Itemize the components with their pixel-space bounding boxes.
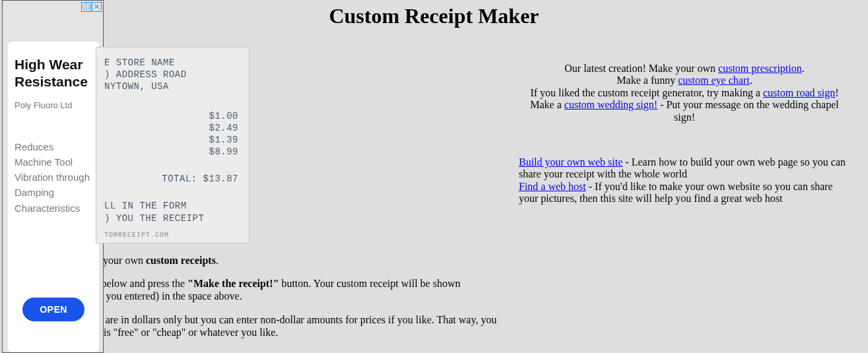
instructions-text: e your own custom receipts. t below and …: [96, 254, 506, 338]
ad-close-icon[interactable]: ✕: [92, 2, 102, 12]
receipt-price-3: $1.39: [104, 134, 238, 146]
promo-block: Our latest creation! Make your own custo…: [519, 63, 850, 123]
ad-description: Reduces Machine Tool Vibration through D…: [15, 139, 92, 298]
link-find-web-host[interactable]: Find a web host: [519, 181, 586, 192]
receipt-city: NYTOWN, USA: [104, 80, 240, 92]
receipt-instruction-2: ) YOU THE RECEIPT: [104, 212, 240, 224]
ad-title: High Wear Resistance: [15, 56, 92, 91]
ad-brand: Poly Fluoro Ltd: [15, 100, 92, 110]
receipt-address: ) ADDRESS ROAD: [104, 69, 240, 80]
ad-info-icon[interactable]: ⓘ: [81, 2, 91, 12]
receipt-price-1: $1.00: [104, 110, 238, 122]
receipt-instruction-1: LL IN THE FORM: [104, 200, 240, 212]
ad-card[interactable]: High Wear Resistance Poly Fluoro Ltd Red…: [8, 42, 99, 352]
link-custom-wedding-sign[interactable]: custom wedding sign!: [564, 99, 657, 110]
receipt-price-4: $8.99: [104, 146, 238, 158]
receipt-preview: E STORE NAME ) ADDRESS ROAD NYTOWN, USA …: [96, 47, 250, 243]
link-custom-road-sign[interactable]: custom road sign: [763, 87, 835, 98]
link-build-web-site[interactable]: Build your own web site: [519, 156, 622, 168]
receipt-store-name: E STORE NAME: [104, 57, 240, 69]
receipt-total: TOTAL: $13.87: [104, 174, 240, 184]
link-custom-eye-chart[interactable]: custom eye chart: [678, 75, 749, 86]
page-title: Custom Receipt Maker: [0, 4, 868, 28]
right-column: Our latest creation! Make your own custo…: [519, 47, 855, 349]
ad-open-button[interactable]: OPEN: [22, 298, 84, 321]
receipt-footer: TOMRECEIPT.COM: [104, 232, 169, 239]
link-custom-prescription[interactable]: custom prescription: [718, 63, 802, 74]
receipt-price-2: $2.49: [104, 122, 238, 134]
ad-controls: ⓘ ✕: [81, 2, 102, 12]
ad-sidebar: ⓘ ✕ High Wear Resistance Poly Fluoro Ltd…: [2, 0, 104, 353]
resource-links: Build your own web site - Learn how to b…: [519, 156, 850, 205]
